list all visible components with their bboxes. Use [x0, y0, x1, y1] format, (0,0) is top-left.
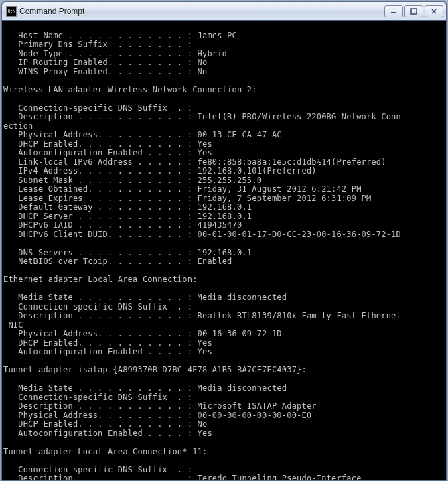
terminal-line: IP Routing Enabled. . . . . . . . : No	[3, 58, 446, 68]
titlebar[interactable]: C:\ Command Prompt	[2, 2, 446, 21]
terminal-line: DHCP Enabled. . . . . . . . . . . : No	[3, 420, 446, 429]
terminal-line: Description . . . . . . . . . . . : Micr…	[3, 402, 446, 411]
terminal-line	[3, 285, 446, 294]
terminal-line: Autoconfiguration Enabled . . . . : Yes	[3, 149, 446, 158]
terminal-line: Physical Address. . . . . . . . . : 00-1…	[3, 131, 446, 140]
terminal-output[interactable]: Host Name . . . . . . . . . . . . : Jame…	[2, 21, 446, 480]
terminal-line: Connection-specific DNS Suffix . :	[3, 104, 446, 113]
terminal-line: Wireless LAN adapter Wireless Network Co…	[3, 86, 446, 95]
terminal-line: DHCP Enabled. . . . . . . . . . . : Yes	[3, 339, 446, 348]
terminal-line: Ethernet adapter Local Area Connection:	[3, 275, 446, 285]
terminal-line: Description . . . . . . . . . . . : Tere…	[3, 474, 446, 480]
terminal-line: DNS Servers . . . . . . . . . . . : 192.…	[3, 249, 446, 258]
terminal-line: Description . . . . . . . . . . . : Real…	[3, 312, 446, 321]
terminal-line: Host Name . . . . . . . . . . . . : Jame…	[3, 31, 446, 41]
terminal-line: Node Type . . . . . . . . . . . . : Hybr…	[3, 50, 446, 59]
terminal-line	[3, 357, 446, 366]
terminal-line: Connection-specific DNS Suffix . :	[3, 303, 446, 312]
terminal-line: Media State . . . . . . . . . . . : Medi…	[3, 293, 446, 303]
close-button[interactable]	[425, 5, 443, 17]
terminal-line: Lease Expires . . . . . . . . . . : Frid…	[3, 194, 446, 204]
terminal-line: DHCPv6 Client DUID. . . . . . . . : 00-0…	[3, 230, 446, 240]
svg-rect-0	[391, 12, 396, 13]
terminal-line: Tunnel adapter Local Area Connection* 11…	[3, 448, 446, 457]
terminal-line: Lease Obtained. . . . . . . . . . : Frid…	[3, 185, 446, 194]
terminal-line: Autoconfiguration Enabled . . . . : Yes	[3, 348, 446, 357]
app-icon: C:\	[6, 6, 17, 17]
svg-rect-1	[411, 9, 417, 14]
terminal-line: WINS Proxy Enabled. . . . . . . . : No	[3, 68, 446, 77]
terminal-line: ection	[3, 122, 446, 131]
terminal-line	[3, 22, 446, 31]
terminal-line: Link-local IPv6 Address . . . . . : fe80…	[3, 158, 446, 167]
terminal-line: Primary Dns Suffix . . . . . . . :	[3, 40, 446, 50]
terminal-line	[3, 76, 446, 86]
window-controls	[384, 5, 443, 17]
terminal-line: Subnet Mask . . . . . . . . . . . : 255.…	[3, 176, 446, 186]
terminal-line: Physical Address. . . . . . . . . : 00-0…	[3, 411, 446, 421]
terminal-line: IPv4 Address. . . . . . . . . . . : 192.…	[3, 167, 446, 176]
terminal-line	[3, 267, 446, 276]
terminal-line: Connection-specific DNS Suffix . :	[3, 393, 446, 403]
terminal-line: NIC	[3, 321, 446, 330]
maximize-button[interactable]	[404, 5, 423, 17]
terminal-line: Connection-specific DNS Suffix . :	[3, 466, 446, 475]
terminal-line	[3, 94, 446, 104]
command-prompt-window: C:\ Command Prompt Host Name . . . . . .…	[1, 1, 447, 481]
terminal-line: Description . . . . . . . . . . . : Inte…	[3, 113, 446, 122]
minimize-button[interactable]	[384, 5, 403, 17]
terminal-line: DHCP Enabled. . . . . . . . . . . : Yes	[3, 140, 446, 149]
terminal-line: Media State . . . . . . . . . . . : Medi…	[3, 384, 446, 393]
terminal-line: NetBIOS over Tcpip. . . . . . . . : Enab…	[3, 257, 446, 267]
terminal-line: Default Gateway . . . . . . . . . : 192.…	[3, 203, 446, 212]
terminal-line	[3, 456, 446, 466]
terminal-line	[3, 239, 446, 249]
terminal-line: DHCP Server . . . . . . . . . . . : 192.…	[3, 212, 446, 222]
terminal-line	[3, 438, 446, 448]
terminal-line	[3, 375, 446, 385]
terminal-line: Physical Address. . . . . . . . . : 00-1…	[3, 330, 446, 339]
window-title: Command Prompt	[19, 7, 384, 16]
terminal-line: DHCPv6 IAID . . . . . . . . . . . : 4194…	[3, 221, 446, 230]
terminal-line: Autoconfiguration Enabled . . . . : Yes	[3, 429, 446, 439]
terminal-line: Tunnel adapter isatap.{A899370B-D7BC-4E7…	[3, 366, 446, 375]
